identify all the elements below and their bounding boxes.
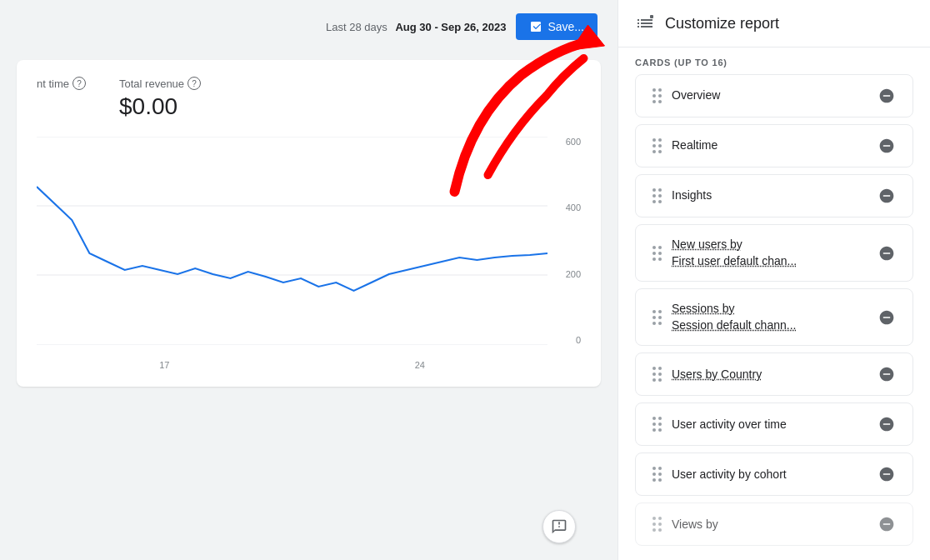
drag-handle-realtime — [652, 138, 662, 153]
card-item-overview[interactable]: Overview — [635, 74, 913, 118]
remove-button-user-activity-by-cohort[interactable] — [878, 465, 896, 483]
chart-y-labels: 600 400 200 0 — [548, 137, 581, 345]
card-item-new-users[interactable]: New users by First user default chan... — [635, 224, 913, 282]
x-label-17: 17 — [159, 360, 169, 370]
main-content: Last 28 days Aug 30 - Sep 26, 2023 Save.… — [0, 0, 618, 560]
remove-button-sessions[interactable] — [878, 308, 896, 327]
y-label-200: 200 — [566, 269, 581, 279]
date-range: Last 28 days Aug 30 - Sep 26, 2023 — [326, 21, 506, 33]
drag-handle-sessions — [652, 310, 662, 325]
drag-handle-user-activity-by-cohort — [652, 467, 662, 482]
card-item-views-by[interactable]: Views by — [635, 502, 913, 546]
metric-total-revenue: Total revenue ? $0.00 — [119, 77, 201, 120]
drag-handle-user-activity-over-time — [652, 417, 662, 432]
remove-button-views-by[interactable] — [878, 515, 896, 533]
panel-title: Customize report — [665, 15, 779, 32]
card-label-users-by-country: Users by Country — [672, 367, 868, 383]
remove-button-realtime[interactable] — [878, 137, 896, 155]
drag-handle-insights — [652, 188, 662, 203]
info-icon-1[interactable]: ? — [72, 77, 86, 90]
card-label-overview: Overview — [672, 88, 868, 104]
top-bar: Last 28 days Aug 30 - Sep 26, 2023 Save.… — [0, 0, 618, 53]
cards-section: CARDS (UP TO 16) — [618, 48, 930, 74]
remove-button-insights[interactable] — [878, 187, 896, 205]
card-item-insights[interactable]: Insights — [635, 174, 913, 218]
remove-button-new-users[interactable] — [878, 244, 896, 262]
feedback-button[interactable] — [542, 510, 576, 543]
chart-area: 600 400 200 0 17 24 — [37, 137, 581, 370]
feedback-icon — [551, 518, 568, 535]
card-label-sessions-1: Sessions by — [672, 301, 868, 318]
drag-handle-new-users — [652, 246, 662, 261]
date-label: Last 28 days — [326, 21, 388, 33]
date-value: Aug 30 - Sep 26, 2023 — [395, 21, 506, 33]
metrics-row: nt time ? Total revenue ? $0.00 — [37, 77, 581, 120]
card-label-insights: Insights — [672, 188, 868, 204]
card-item-user-activity-by-cohort[interactable]: User activity by cohort — [635, 452, 913, 496]
save-button-label: Save... — [548, 20, 584, 33]
y-label-400: 400 — [566, 202, 581, 212]
save-icon — [529, 20, 542, 33]
card-label-realtime: Realtime — [672, 138, 868, 154]
card-label-sessions-2: Session default chann... — [672, 318, 868, 334]
drag-handle-users-by-country — [652, 367, 662, 382]
chart-card: nt time ? Total revenue ? $0.00 — [17, 60, 601, 387]
card-item-users-by-country[interactable]: Users by Country — [635, 352, 913, 396]
metric-engagement-time: nt time ? — [37, 77, 86, 120]
card-list: Overview Realtime — [618, 74, 930, 560]
card-label-new-users-1: New users by — [672, 237, 868, 253]
metric-label-2: Total revenue ? — [119, 77, 201, 90]
card-label-user-activity-by-cohort: User activity by cohort — [672, 467, 868, 483]
save-button[interactable]: Save... — [516, 13, 598, 40]
remove-button-user-activity-over-time[interactable] — [878, 415, 896, 433]
cards-label: CARDS (UP TO 16) — [635, 58, 913, 68]
customize-icon — [635, 13, 655, 33]
svg-rect-5 — [650, 15, 653, 18]
card-item-user-activity-over-time[interactable]: User activity over time — [635, 402, 913, 446]
card-item-sessions[interactable]: Sessions by Session default chann... — [635, 288, 913, 346]
panel-header: Customize report — [618, 0, 930, 48]
y-label-600: 600 — [566, 137, 581, 147]
remove-button-users-by-country[interactable] — [878, 365, 896, 383]
card-label-views-by: Views by — [672, 517, 868, 533]
info-icon-2[interactable]: ? — [188, 77, 201, 90]
drag-handle-overview — [652, 88, 662, 103]
metric-label-1: nt time ? — [37, 77, 86, 90]
card-label-user-activity-over-time: User activity over time — [672, 417, 868, 433]
right-panel: Customize report CARDS (UP TO 16) Overvi… — [618, 0, 930, 560]
card-label-new-users-2: First user default chan... — [672, 253, 868, 270]
metric-label-text-2: Total revenue — [119, 78, 184, 90]
metric-value-2: $0.00 — [119, 93, 201, 120]
x-label-24: 24 — [415, 360, 425, 370]
drag-handle-views-by — [652, 517, 662, 532]
y-label-0: 0 — [576, 335, 581, 345]
remove-button-overview[interactable] — [878, 87, 896, 105]
line-chart — [37, 137, 548, 345]
card-item-realtime[interactable]: Realtime — [635, 124, 913, 168]
chart-x-labels: 17 24 — [37, 360, 548, 370]
